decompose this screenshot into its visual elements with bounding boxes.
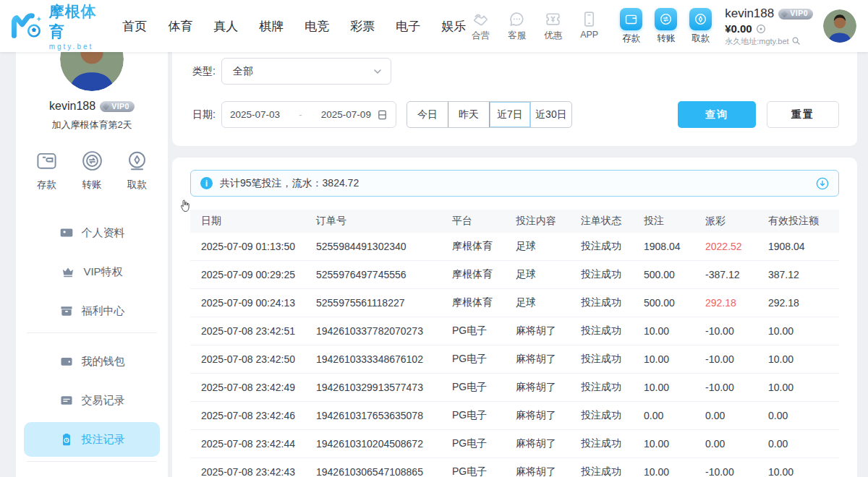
col-status: 注单状态 [581,210,644,233]
cell-status: 投注成功 [581,430,644,458]
wallet-icon [35,149,59,173]
balance-amount: ¥0.00 [725,22,752,36]
customer-service-link[interactable]: 客服 [502,10,532,42]
cell-valid-amount: 0.00 [768,430,839,458]
cell-bet-amount: 10.00 [644,345,705,374]
crown-icon [61,265,75,279]
col-content: 投注内容 [516,210,581,233]
partnership-label: 合营 [472,30,490,42]
col-bet: 投注 [644,210,705,233]
cell-valid-amount: 0.00 [768,402,839,430]
promotions-link[interactable]: 优惠 [538,10,568,42]
col-payout: 派彩 [705,210,768,233]
transfer-icon [659,12,673,26]
withdraw-button[interactable]: 取款 [689,8,712,45]
cell-payout: 0.00 [705,402,768,430]
brand-logo[interactable]: 摩根体育 mgty.bet [12,1,111,51]
nav-item[interactable]: 电子 [396,18,420,35]
transfer-button[interactable]: 转账 [655,8,677,45]
cell-platform: PG电子 [452,402,516,430]
date-range-button[interactable]: 近30日 [530,102,571,127]
cell-platform: PG电子 [452,374,516,402]
cell-date: 2025-07-09 00:24:13 [190,289,316,317]
transfer-icon [80,149,104,173]
treasure-box-icon [59,304,74,318]
chat-icon [508,10,526,28]
cell-payout: -10.00 [705,317,768,345]
user-avatar[interactable] [823,9,856,43]
nav-item[interactable]: 娱乐 [441,18,466,35]
date-separator: - [280,109,321,120]
bet-records-table: 日期 订单号 平台 投注内容 注单状态 投注 派彩 有效投注额 2025-07-… [190,210,839,477]
sidebar-item-transactions[interactable]: 交易记录 [24,383,160,418]
cell-status: 投注成功 [581,374,644,402]
nav-item[interactable]: 彩票 [350,18,375,35]
join-days-text: 加入摩根体育第2天 [16,119,168,132]
cell-status: 投注成功 [581,233,644,261]
cell-bet-content: 足球 [516,289,581,317]
cell-valid-amount: 387.12 [768,261,839,289]
cell-bet-content: 麻将胡了 [516,430,581,458]
expand-circle-icon[interactable] [816,177,829,190]
app-download-link[interactable]: APP [574,10,604,42]
brand-domain: mgty.bet [49,43,111,51]
sidebar-item-profile[interactable]: 个人资料 [24,215,160,250]
nav-item[interactable]: 首页 [122,18,147,35]
type-select[interactable]: 全部 [221,58,391,85]
brand-logo-icon [12,12,44,41]
table-row: 2025-07-09 01:13:50 5255984491302340 摩根体… [190,233,839,261]
col-platform: 平台 [452,210,516,233]
sidebar-item-wallet[interactable]: 我的钱包 [24,344,160,379]
cell-bet-amount: 500.00 [644,261,705,289]
sidebar-item-label: VIP特权 [83,265,122,279]
cell-valid-amount: 1908.04 [768,233,839,261]
date-range-button[interactable]: 昨天 [448,102,489,127]
nav-item[interactable]: 电竞 [305,18,329,35]
sidebar-item-label: 个人资料 [82,226,125,240]
sidebar-deposit-button[interactable]: 存款 [35,149,59,192]
sidebar-item-label: 福利中心 [82,304,125,318]
promotions-label: 优惠 [544,30,562,42]
table-row: 2025-07-08 23:42:46 1942610317653635078 … [190,402,839,430]
cell-valid-amount: 292.18 [768,289,839,317]
partnership-link[interactable]: 合营 [466,10,495,42]
date-range-input[interactable]: 2025-07-03 - 2025-07-09 [221,101,396,128]
sidebar-item-label: 我的钱包 [82,355,125,369]
sidebar-transfer-button[interactable]: 转账 [80,149,104,192]
nav-item[interactable]: 真人 [213,18,238,35]
date-range-button[interactable]: 近7日 [489,102,530,127]
cell-order-number: 5255976497745556 [316,261,452,289]
cell-platform: 摩根体育 [452,233,516,261]
main-nav: 首页体育真人棋牌电竞彩票电子娱乐 [122,18,466,35]
reset-button[interactable]: 重置 [767,101,839,128]
cell-payout: -10.00 [705,374,768,402]
refresh-balance-icon[interactable] [756,24,766,34]
sidebar-quick-actions: 存款 转账 取款 [16,149,168,192]
transfer-label: 转账 [657,33,675,45]
records-panel: i 共计95笔投注，流水：3824.72 日期 订单号 平台 投注内容 注单状态… [172,158,857,477]
info-icon: i [200,177,213,189]
cell-platform: PG电子 [452,317,516,345]
cell-order-number: 1942610333348676102 [316,345,452,374]
cell-bet-amount: 10.00 [644,458,705,477]
bet-record-icon [59,432,74,447]
query-button[interactable]: 查询 [678,101,756,128]
sidebar-item-bet-records[interactable]: 投注记录 [24,422,160,457]
date-range-button[interactable]: 今日 [407,102,448,127]
cell-order-number: 5255975561118227 [316,289,452,317]
sidebar-item-welfare[interactable]: 福利中心 [24,293,160,328]
magnifier-icon[interactable] [791,36,801,46]
nav-item[interactable]: 体育 [168,18,192,35]
sidebar-item-prize-records[interactable]: 兑奖记录 [24,473,160,477]
sidebar-withdraw-button[interactable]: 取款 [125,149,149,192]
cell-bet-content: 麻将胡了 [516,402,581,430]
page: 摩根体育 mgty.bet 首页体育真人棋牌电竞彩票电子娱乐 合营 [0,0,868,477]
deposit-label: 存款 [622,33,640,45]
date-filter-label: 日期: [192,108,216,121]
sidebar-item-label: 交易记录 [82,394,125,408]
cell-platform: PG电子 [452,458,516,477]
sidebar-item-vip[interactable]: VIP特权 [24,254,160,289]
cell-order-number: 1942610306547108865 [316,458,452,477]
deposit-button[interactable]: 存款 [620,8,642,45]
nav-item[interactable]: 棋牌 [259,18,284,35]
